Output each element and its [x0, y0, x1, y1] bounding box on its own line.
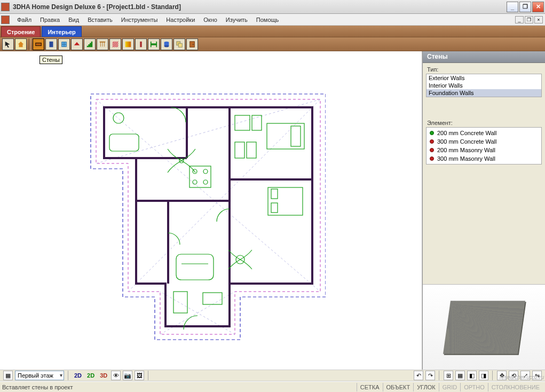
tab-structure[interactable]: Строение: [1, 26, 41, 37]
svg-rect-20: [190, 41, 195, 47]
mdi-min-button[interactable]: _: [515, 16, 524, 23]
house-icon[interactable]: [15, 38, 27, 50]
menu-window[interactable]: Окно: [199, 15, 222, 25]
titlebar: 3DHA Home Design Deluxe 6 - [Project1.bl…: [0, 0, 545, 14]
menu-file[interactable]: Файл: [13, 15, 36, 25]
preview-slab: [443, 301, 525, 354]
door-icon[interactable]: [45, 38, 57, 50]
side-panel: Стены Тип: Exterior Walls Interior Walls…: [422, 51, 545, 370]
element-label-text: 300 mm Concrete Wall: [437, 138, 496, 145]
snap-icon[interactable]: ⊞: [444, 371, 453, 380]
maximize-button[interactable]: ❐: [519, 2, 531, 12]
wall-icon[interactable]: [33, 38, 44, 50]
svg-line-24: [128, 99, 320, 292]
svg-rect-0: [36, 43, 42, 45]
undo-icon[interactable]: ↶: [414, 371, 423, 380]
svg-rect-53: [203, 293, 222, 304]
element-row[interactable]: 300 mm Masonry Wall: [426, 154, 541, 163]
status-cell[interactable]: ОБЪЕКТ: [383, 383, 414, 391]
type-row-selected[interactable]: Foundation Walls: [426, 89, 541, 97]
menu-help[interactable]: Помощь: [252, 15, 283, 25]
bullet-icon: [430, 156, 434, 161]
side-panel-title: Стены: [423, 51, 545, 63]
door2-icon[interactable]: [186, 38, 198, 50]
element-label-text: 300 mm Masonry Wall: [437, 155, 495, 162]
pointer-icon[interactable]: [2, 38, 14, 50]
element-row[interactable]: 300 mm Concrete Wall: [426, 137, 541, 146]
svg-rect-52: [173, 292, 187, 313]
close-button[interactable]: ✕: [532, 2, 544, 12]
status-cell[interactable]: УГЛОК: [413, 383, 439, 391]
window-title: 3DHA Home Design Deluxe 6 - [Project1.bl…: [13, 3, 181, 11]
svg-rect-11: [140, 41, 142, 47]
floorplan-drawing: [80, 73, 326, 350]
element-list[interactable]: 200 mm Concrete Wall 300 mm Concrete Wal…: [426, 127, 542, 164]
rail-icon[interactable]: [97, 38, 108, 50]
menubar: Файл Правка Вид Вставить Инструменты Нас…: [0, 14, 545, 26]
menu-view[interactable]: Вид: [64, 15, 83, 25]
element-label-text: 200 mm Concrete Wall: [437, 130, 496, 136]
gradient-icon[interactable]: [122, 38, 134, 50]
svg-rect-46: [291, 126, 301, 146]
window-icon[interactable]: [58, 38, 70, 50]
watermark: researcher.ucoz.ru: [500, 374, 544, 380]
mdi-close-button[interactable]: ×: [534, 16, 543, 23]
element-row[interactable]: 200 mm Concrete Wall: [426, 129, 541, 137]
minimize-button[interactable]: _: [507, 2, 518, 12]
svg-point-39: [193, 180, 197, 184]
status-cell[interactable]: GRID: [439, 383, 461, 391]
hatch-icon[interactable]: [109, 38, 121, 50]
redo-icon[interactable]: ↷: [425, 371, 435, 380]
type-row[interactable]: Exterior Walls: [426, 74, 541, 82]
doc-icon: [1, 15, 10, 24]
svg-line-22: [96, 99, 320, 292]
status-text: Вставляет стены в проект: [2, 384, 357, 390]
svg-rect-43: [235, 142, 244, 158]
element-label: Элемент:: [423, 116, 545, 127]
status-cell[interactable]: ОРТНО: [460, 383, 488, 391]
svg-point-34: [113, 113, 124, 123]
status-cell[interactable]: СЕТКА: [357, 383, 383, 391]
copy-icon[interactable]: [173, 38, 185, 50]
tool1-icon[interactable]: ◧: [467, 371, 477, 380]
menu-edit[interactable]: Правка: [36, 15, 64, 25]
beam-icon[interactable]: [148, 38, 160, 50]
floor-icon[interactable]: ▦: [3, 371, 13, 380]
statusbar: Вставляет стены в проект СЕТКА ОБЪЕКТ УГ…: [0, 381, 545, 392]
svg-rect-47: [268, 187, 303, 215]
bullet-icon: [430, 131, 434, 135]
status-cell[interactable]: СТОЛКНОВЕНИЕ: [488, 383, 543, 391]
menu-insert[interactable]: Вставить: [83, 15, 117, 25]
floor-combo[interactable]: Первый этаж: [15, 371, 64, 380]
menu-tools[interactable]: Инструменты: [117, 15, 162, 25]
photo-icon[interactable]: 🖼: [135, 371, 144, 380]
grid-icon[interactable]: ▦: [455, 371, 465, 380]
svg-rect-44: [247, 142, 256, 158]
column-icon[interactable]: [135, 38, 147, 50]
svg-point-38: [203, 169, 208, 174]
camera-icon[interactable]: 📷: [123, 371, 132, 380]
svg-rect-12: [151, 43, 157, 45]
svg-point-21: [193, 44, 194, 45]
type-list[interactable]: Exterior Walls Interior Walls Foundation…: [426, 74, 542, 97]
tooltip-walls: Стены: [40, 56, 62, 64]
menu-learn[interactable]: Изучить: [222, 15, 252, 25]
svg-rect-49: [271, 203, 278, 213]
tab-interior[interactable]: Интерьер: [42, 26, 81, 37]
menu-settings[interactable]: Настройки: [162, 15, 199, 25]
mdi-max-button[interactable]: ❐: [525, 16, 533, 23]
view-3d-button[interactable]: 3D: [98, 372, 109, 379]
view-2d-button[interactable]: 2D: [73, 372, 83, 379]
stairs-icon[interactable]: [84, 38, 96, 50]
eye-icon[interactable]: 👁: [111, 371, 121, 380]
element-row[interactable]: 200 mm Masonry Wall: [426, 146, 541, 154]
view-2dg-button[interactable]: 2D: [85, 372, 96, 379]
svg-rect-45: [267, 123, 304, 149]
svg-rect-10: [125, 41, 131, 47]
type-row[interactable]: Interior Walls: [426, 82, 541, 89]
tool2-icon[interactable]: ◨: [479, 371, 488, 380]
tab-row: Строение Интерьер: [0, 26, 545, 37]
pillar-icon[interactable]: [161, 38, 172, 50]
roof-icon[interactable]: [71, 38, 83, 50]
canvas[interactable]: Стены: [0, 51, 422, 370]
